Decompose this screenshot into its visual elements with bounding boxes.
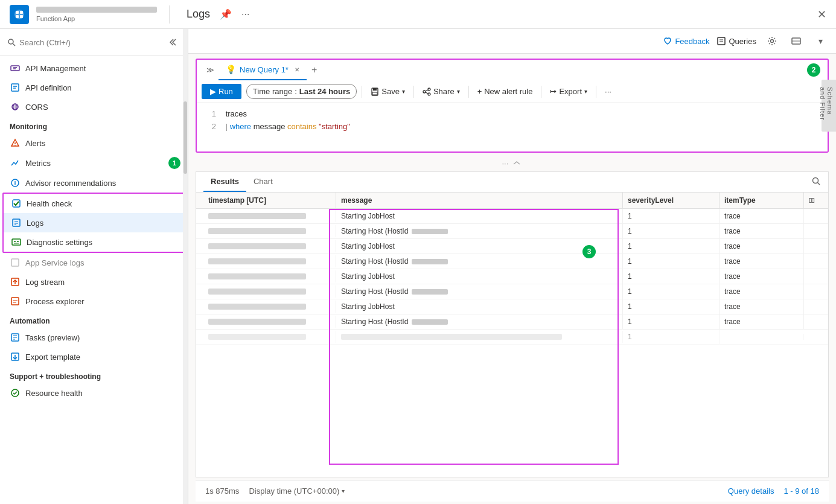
sidebar-item-app-service-logs[interactable]: App Service logs — [0, 253, 188, 272]
table-row[interactable]: Starting Host (HostId 1 trace — [196, 224, 828, 239]
tab-close-button[interactable]: ✕ — [295, 66, 299, 73]
table-row[interactable]: Starting Host (HostId 1 trace — [196, 254, 828, 269]
table-row[interactable]: Starting JobHost 1 trace — [196, 299, 828, 314]
row-expand[interactable] — [804, 319, 821, 325]
diagnostic-icon — [11, 237, 22, 247]
tab-new-query[interactable]: 💡 New Query 1* ✕ — [219, 60, 307, 80]
sidebar-item-advisor[interactable]: Advisor recommendations — [0, 173, 188, 193]
sidebar-item-log-stream[interactable]: Log stream — [0, 272, 188, 292]
log-stream-icon — [10, 276, 21, 287]
settings-icon-button[interactable] — [764, 33, 780, 49]
message-column-header[interactable]: message — [336, 193, 623, 208]
feedback-button[interactable]: Feedback — [663, 36, 709, 46]
advisor-icon — [10, 177, 21, 188]
row-expand[interactable] — [804, 304, 821, 310]
row-expand[interactable] — [804, 243, 821, 249]
sidebar-item-export-template[interactable]: Export template — [0, 347, 188, 366]
search-input[interactable] — [19, 38, 158, 47]
run-button[interactable]: ▶ Run — [202, 84, 241, 99]
line-number-2: 2 — [206, 121, 216, 133]
time-range-button[interactable]: Time range : Last 24 hours — [246, 84, 357, 99]
severity-cell: 1 — [623, 239, 720, 254]
svg-line-59 — [818, 182, 820, 185]
layout-icon-button[interactable] — [788, 33, 805, 49]
export-button[interactable]: ↦ Export ▾ — [546, 85, 591, 98]
search-icon — [7, 38, 16, 46]
severity-cell: 1 — [623, 209, 720, 223]
row-expand[interactable] — [804, 258, 821, 264]
table-row[interactable]: Starting JobHost 1 trace — [196, 269, 828, 284]
badge-3: 3 — [582, 245, 596, 258]
sidebar-item-health-check[interactable]: Health check — [4, 194, 184, 213]
sidebar-scrollbar-track[interactable] — [183, 29, 188, 504]
severity-column-header[interactable]: severityLevel — [623, 193, 720, 208]
table-row[interactable]: 1 — [196, 330, 828, 345]
panel-resize-handle[interactable]: ··· — [188, 158, 836, 169]
save-chevron[interactable]: ▾ — [402, 88, 405, 95]
export-chevron[interactable]: ▾ — [584, 88, 587, 95]
results-search-button[interactable] — [811, 176, 821, 188]
queries-button[interactable]: Queries — [716, 36, 756, 46]
results-table-header: timestamp [UTC] message severityLevel it… — [196, 193, 828, 209]
table-row[interactable]: Starting JobHost 1 trace — [196, 239, 828, 254]
sidebar-item-label: API definition — [25, 83, 72, 92]
query-details-link[interactable]: Query details — [728, 486, 774, 496]
row-expand[interactable] — [804, 334, 821, 340]
svg-point-55 — [428, 93, 430, 95]
sidebar-item-alerts[interactable]: Alerts — [0, 133, 188, 153]
toolbar-divider-2 — [413, 86, 414, 98]
timestamp-cell — [203, 240, 336, 252]
sidebar-item-logs[interactable]: Logs — [4, 213, 184, 232]
table-row[interactable]: Starting JobHost 1 trace — [196, 209, 828, 224]
add-tab-button[interactable]: + — [307, 60, 322, 80]
sidebar-item-resource-health[interactable]: Resource health — [0, 383, 188, 403]
save-button[interactable]: Save ▾ — [367, 85, 409, 98]
itemtype-column-header[interactable]: itemType — [720, 193, 804, 208]
code-line-1: 1 traces — [206, 108, 818, 121]
sidebar-item-diagnostic[interactable]: Diagnostic settings — [4, 232, 184, 252]
feedback-label: Feedback — [675, 37, 709, 46]
toolbar-divider-3 — [468, 86, 469, 98]
chart-tab[interactable]: Chart — [246, 172, 280, 192]
api-management-icon — [10, 63, 21, 74]
sidebar-item-api-definition[interactable]: API definition — [0, 78, 188, 97]
sidebar-item-cors[interactable]: CORS — [0, 97, 188, 116]
sidebar-item-label: CORS — [25, 103, 48, 112]
svg-rect-4 — [20, 15, 23, 18]
svg-line-6 — [13, 44, 16, 46]
sidebar-item-label: Tasks (preview) — [25, 333, 80, 342]
sidebar-item-process-explorer[interactable]: Process explorer — [0, 292, 188, 311]
sidebar-collapse-button[interactable] — [164, 34, 180, 51]
chevron-down-icon[interactable]: ▾ — [812, 33, 829, 49]
display-time[interactable]: Display time (UTC+00:00) ▾ — [249, 486, 345, 496]
new-alert-button[interactable]: + New alert rule — [474, 85, 537, 98]
row-expand[interactable] — [804, 273, 821, 279]
columns-button[interactable] — [804, 193, 821, 208]
run-icon: ▶ — [210, 87, 216, 96]
close-button[interactable]: ✕ — [817, 8, 826, 21]
pin-icon[interactable]: 📌 — [220, 8, 232, 20]
share-chevron[interactable]: ▾ — [457, 88, 460, 95]
sidebar-item-api-management[interactable]: API Management — [0, 59, 188, 78]
support-section-header: Support + troubleshooting — [0, 366, 188, 383]
cors-icon — [10, 101, 21, 112]
table-row[interactable]: Starting Host (HostId 1 trace — [196, 284, 828, 299]
row-expand[interactable] — [804, 213, 821, 219]
row-expand[interactable] — [804, 289, 821, 295]
row-expand[interactable] — [804, 228, 821, 234]
sidebar-item-metrics[interactable]: Metrics 1 — [0, 153, 188, 173]
query-code-editor[interactable]: 1 traces 2 | where message contains "sta… — [197, 103, 828, 152]
share-button[interactable]: Share ▾ — [419, 85, 464, 98]
more-toolbar-button[interactable]: ··· — [601, 85, 615, 98]
results-tab[interactable]: Results — [203, 172, 246, 192]
svg-rect-34 — [11, 298, 19, 305]
table-row[interactable]: Starting Host (HostId 1 trace — [196, 314, 828, 330]
schema-filter-panel[interactable]: Schema and Filter — [822, 80, 836, 132]
severity-cell: 1 — [623, 269, 720, 284]
expand-icon[interactable]: ≫ — [202, 62, 219, 78]
sidebar-item-tasks[interactable]: Tasks (preview) — [0, 328, 188, 347]
more-options-icon[interactable]: ··· — [241, 9, 249, 20]
timestamp-column-header[interactable]: timestamp [UTC] — [203, 193, 336, 208]
itemtype-cell: trace — [720, 209, 804, 223]
severity-cell: 1 — [623, 314, 720, 329]
